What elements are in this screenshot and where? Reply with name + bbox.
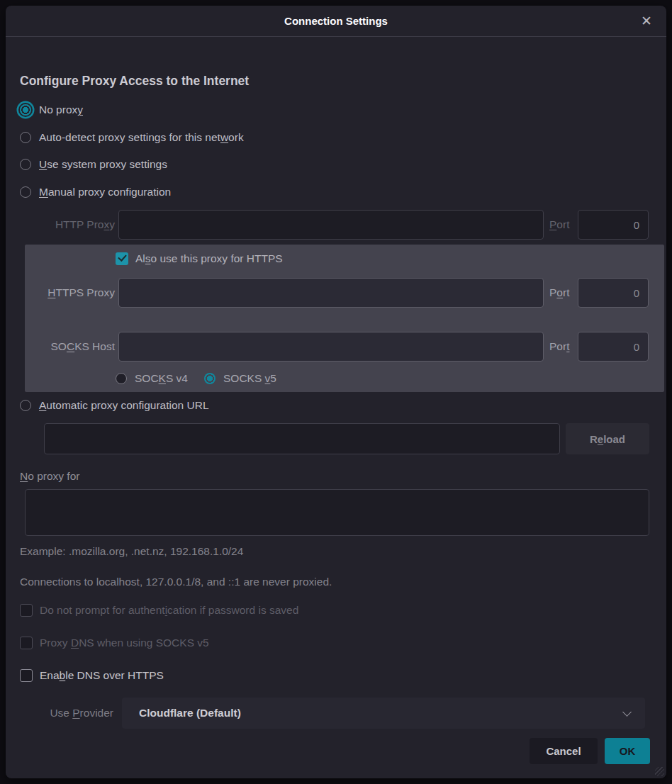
radio-socks-v4-label: SOCKS v4 — [135, 372, 188, 385]
http-proxy-input[interactable] — [118, 210, 544, 240]
no-proxy-for-textarea[interactable] — [25, 489, 649, 536]
provider-dropdown[interactable]: Cloudflare (Default) — [122, 698, 645, 729]
socks-port-label: Port — [549, 332, 569, 362]
http-port-label: Port — [549, 210, 569, 240]
https-proxy-input[interactable] — [118, 278, 544, 308]
radio-selected-icon — [204, 373, 215, 384]
localhost-hint: Connections to localhost, 127.0.0.1/8, a… — [20, 576, 332, 588]
http-proxy-label: HTTP Proxy — [6, 210, 115, 240]
close-icon[interactable]: ✕ — [638, 13, 655, 30]
no-proxy-for-label: No proxy for — [20, 470, 79, 483]
cancel-button[interactable]: Cancel — [530, 738, 598, 764]
resize-handle[interactable] — [655, 767, 664, 776]
highlighted-section — [25, 245, 664, 392]
radio-no-proxy-label: No proxy — [39, 103, 83, 116]
enable-doh-label: Enable DNS over HTTPS — [40, 669, 164, 682]
proxy-dns-label: Proxy DNS when using SOCKS v5 — [40, 637, 209, 649]
radio-socks-v5-label: SOCKS v5 — [223, 372, 276, 385]
radio-selected-icon — [20, 104, 31, 116]
https-port-input[interactable] — [578, 278, 649, 308]
radio-use-system-label: Use system proxy settings — [39, 158, 167, 171]
auto-config-url-input[interactable] — [44, 423, 560, 454]
radio-auto-detect-label: Auto-detect proxy settings for this netw… — [39, 131, 244, 144]
radio-manual-proxy-label: Manual proxy configuration — [39, 186, 171, 198]
use-provider-label: Use Provider — [6, 698, 113, 729]
reload-button[interactable]: Reload — [566, 423, 649, 454]
radio-socks-v4[interactable]: SOCKS v4 — [116, 371, 188, 386]
radio-unselected-icon — [20, 186, 31, 198]
socks-host-label: SOCKS Host — [6, 332, 115, 362]
socks-host-input[interactable] — [118, 332, 544, 362]
connection-settings-dialog: Connection Settings ✕ Configure Proxy Ac… — [6, 6, 666, 778]
radio-auto-detect[interactable]: Auto-detect proxy settings for this netw… — [20, 130, 244, 145]
radio-auto-config-url[interactable]: Automatic proxy configuration URL — [20, 398, 209, 413]
radio-unselected-icon — [20, 400, 31, 411]
also-use-https-label: Also use this proxy for HTTPS — [135, 252, 283, 265]
socks-port-input[interactable] — [578, 332, 649, 362]
dialog-titlebar: Connection Settings ✕ — [6, 6, 666, 37]
https-port-label: Port — [549, 278, 569, 308]
example-hint: Example: .mozilla.org, .net.nz, 192.168.… — [20, 545, 243, 558]
ok-button[interactable]: OK — [605, 738, 650, 764]
checkbox-unchecked-icon — [20, 637, 33, 649]
no-prompt-auth-label: Do not prompt for authentication if pass… — [40, 604, 298, 617]
checkbox-unchecked-icon — [20, 669, 33, 682]
checkbox-unchecked-icon — [20, 604, 33, 617]
radio-socks-v5[interactable]: SOCKS v5 — [204, 371, 276, 386]
also-use-https-checkbox[interactable]: Also use this proxy for HTTPS — [116, 252, 283, 265]
radio-auto-config-url-label: Automatic proxy configuration URL — [39, 399, 209, 412]
radio-unselected-icon — [20, 132, 31, 143]
radio-unselected-icon — [20, 159, 31, 170]
chevron-down-icon — [624, 709, 631, 716]
radio-no-proxy[interactable]: No proxy — [20, 102, 83, 118]
http-port-input[interactable] — [578, 210, 649, 240]
enable-doh-checkbox[interactable]: Enable DNS over HTTPS — [20, 669, 164, 682]
provider-dropdown-value: Cloudflare (Default) — [139, 698, 241, 729]
radio-manual-proxy[interactable]: Manual proxy configuration — [20, 184, 171, 200]
radio-unselected-icon — [116, 373, 127, 384]
page-title: Configure Proxy Access to the Internet — [20, 74, 249, 89]
dialog-title: Connection Settings — [6, 6, 666, 37]
no-prompt-auth-checkbox[interactable]: Do not prompt for authentication if pass… — [20, 604, 298, 617]
radio-use-system[interactable]: Use system proxy settings — [20, 157, 167, 172]
checkbox-checked-icon — [116, 252, 128, 265]
https-proxy-label: HTTPS Proxy — [6, 278, 115, 308]
proxy-dns-checkbox[interactable]: Proxy DNS when using SOCKS v5 — [20, 637, 209, 649]
